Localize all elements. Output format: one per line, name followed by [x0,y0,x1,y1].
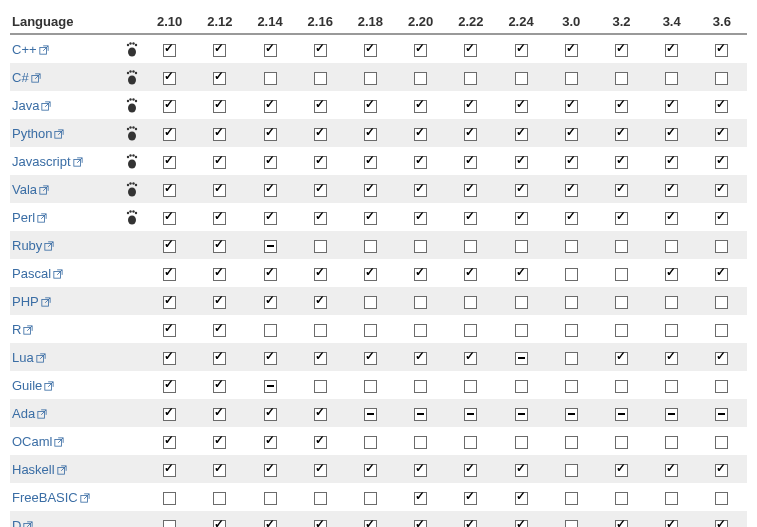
support-cell [345,455,395,483]
support-cell [245,119,295,147]
checkbox-checked-icon [264,212,277,225]
support-cell [345,203,395,231]
support-cell [295,175,345,203]
support-cell [596,455,646,483]
checkbox-partial-icon [464,408,477,421]
language-link[interactable]: Ruby [12,238,54,253]
header-version: 2.14 [245,10,295,34]
checkbox-checked-icon [464,44,477,57]
language-link[interactable]: PHP [12,294,51,309]
language-link[interactable]: C++ [12,42,49,57]
checkbox-unchecked-icon [213,492,226,505]
checkbox-checked-icon [665,128,678,141]
language-link[interactable]: Pascal [12,266,63,281]
support-cell [145,455,195,483]
checkbox-checked-icon [264,156,277,169]
svg-line-56 [28,325,33,330]
checkbox-unchecked-icon [515,72,528,85]
language-link[interactable]: Perl [12,210,47,225]
checkbox-checked-icon [364,212,377,225]
checkbox-checked-icon [515,100,528,113]
support-cell [195,259,245,287]
checkbox-checked-icon [213,100,226,113]
external-link-icon [57,465,67,475]
support-cell [647,63,697,91]
external-link-icon [37,409,47,419]
checkbox-unchecked-icon [715,492,728,505]
support-cell [596,287,646,315]
checkbox-unchecked-icon [565,492,578,505]
support-cell [446,483,496,511]
language-link[interactable]: Haskell [12,462,67,477]
checkbox-unchecked-icon [715,324,728,337]
support-cell [345,343,395,371]
checkbox-checked-icon [213,380,226,393]
support-cell [396,343,446,371]
support-cell [446,511,496,527]
support-cell [596,259,646,287]
checkbox-unchecked-icon [515,380,528,393]
gnome-foot-cell [120,147,144,175]
support-cell [446,231,496,259]
language-link[interactable]: Vala [12,182,49,197]
checkbox-checked-icon [565,156,578,169]
support-cell [195,511,245,527]
gnome-foot-icon [125,209,139,225]
checkbox-unchecked-icon [565,380,578,393]
support-cell [245,399,295,427]
support-cell [345,91,395,119]
checkbox-partial-icon [665,408,678,421]
checkbox-checked-icon [213,212,226,225]
checkbox-checked-icon [565,212,578,225]
language-link[interactable]: C# [12,70,41,85]
checkbox-unchecked-icon [364,296,377,309]
checkbox-checked-icon [715,128,728,141]
support-cell [245,315,295,343]
language-link[interactable]: Javascript [12,154,83,169]
language-link[interactable]: Python [12,126,64,141]
support-cell [446,399,496,427]
checkbox-unchecked-icon [565,352,578,365]
support-cell [396,147,446,175]
svg-point-37 [128,188,136,197]
checkbox-checked-icon [515,464,528,477]
language-link[interactable]: Guile [12,378,54,393]
support-cell [496,147,546,175]
checkbox-checked-icon [515,184,528,197]
checkbox-checked-icon [515,44,528,57]
checkbox-unchecked-icon [615,72,628,85]
support-cell [195,34,245,63]
language-link[interactable]: R [12,322,33,337]
checkbox-checked-icon [615,100,628,113]
language-link[interactable]: D [12,518,33,528]
language-link[interactable]: Lua [12,350,46,365]
checkbox-unchecked-icon [515,436,528,449]
support-cell [596,147,646,175]
gnome-foot-icon [125,69,139,85]
language-link[interactable]: Java [12,98,51,113]
checkbox-checked-icon [414,352,427,365]
gnome-foot-cell [120,259,144,287]
checkbox-checked-icon [213,296,226,309]
checkbox-checked-icon [213,464,226,477]
checkbox-checked-icon [163,184,176,197]
svg-point-30 [128,160,136,169]
gnome-foot-cell [120,511,144,527]
language-link[interactable]: OCaml [12,434,64,449]
svg-point-9 [128,76,136,85]
support-cell [546,399,596,427]
support-cell [295,343,345,371]
svg-point-41 [135,184,137,186]
checkbox-checked-icon [515,128,528,141]
checkbox-checked-icon [314,268,327,281]
support-cell [145,399,195,427]
language-link[interactable]: Ada [12,406,47,421]
checkbox-checked-icon [314,352,327,365]
checkbox-checked-icon [264,520,277,527]
support-cell [446,343,496,371]
support-cell [245,511,295,527]
support-cell [145,511,195,527]
language-link[interactable]: FreeBASIC [12,490,90,505]
checkbox-unchecked-icon [314,492,327,505]
support-cell [546,343,596,371]
